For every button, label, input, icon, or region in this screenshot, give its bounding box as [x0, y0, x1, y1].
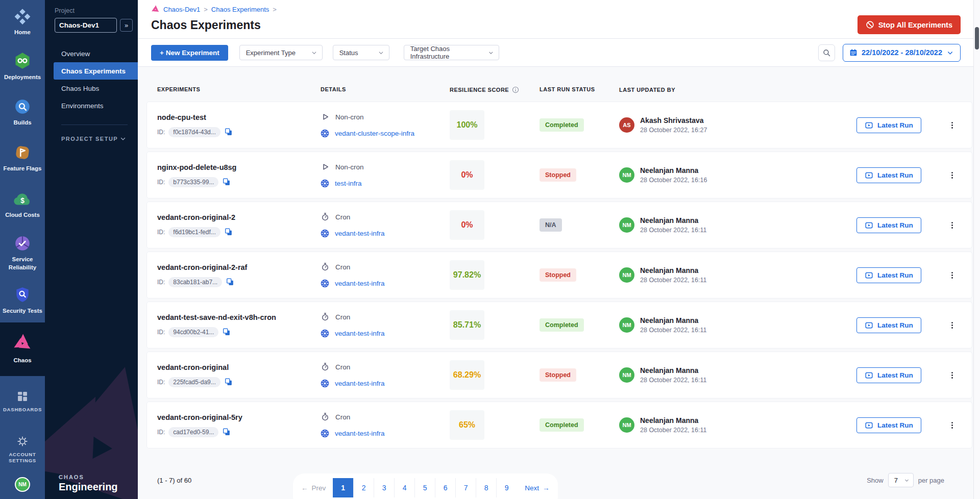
copy-id-button[interactable]	[226, 278, 234, 286]
experiment-name[interactable]: nginx-pod-delete-u8sg	[157, 163, 321, 171]
infrastructure-link[interactable]: vedant-test-infra	[335, 280, 385, 287]
infrastructure-link[interactable]: vedant-test-infra	[335, 330, 385, 337]
scrollbar-track[interactable]	[973, 0, 980, 499]
nav-item-chaos-hubs[interactable]: Chaos Hubs	[45, 80, 138, 97]
module-brand: CHAOS Engineering	[59, 474, 118, 493]
row-menu-button[interactable]	[946, 169, 959, 182]
row-menu-button[interactable]	[946, 419, 959, 432]
row-menu-button[interactable]	[946, 269, 959, 282]
latest-run-button[interactable]: Latest Run	[856, 167, 921, 183]
sidebar-item-builds[interactable]: Builds	[0, 90, 45, 136]
experiment-row[interactable]: vedant-cron-original-2-raf ID: 83cab181-…	[147, 252, 972, 298]
latest-run-button[interactable]: Latest Run	[856, 417, 921, 433]
sidebar-item-service-reliability[interactable]: Service Reliability	[0, 228, 45, 279]
sidebar-item-security-tests[interactable]: Security Tests	[0, 279, 45, 322]
status-filter[interactable]: Status	[333, 45, 389, 60]
experiment-row[interactable]: vedant-cron-original-2 ID: f6d19bc1-fedf…	[147, 202, 972, 248]
row-menu-button[interactable]	[946, 319, 959, 332]
infrastructure-link[interactable]: test-infra	[335, 180, 362, 187]
page-size-select[interactable]: 7	[888, 473, 914, 487]
breadcrumb-project-link[interactable]: Chaos-Dev1	[163, 6, 200, 13]
copy-id-button[interactable]	[222, 178, 231, 186]
latest-run-button[interactable]: Latest Run	[856, 367, 921, 383]
latest-run-button[interactable]: Latest Run	[856, 267, 921, 283]
sidebar-item-account-settings[interactable]: ACCOUNT SETTINGS	[0, 427, 45, 472]
experiment-type-filter[interactable]: Experiment Type	[239, 45, 323, 60]
page-button-7[interactable]: 7	[455, 478, 476, 497]
copy-id-button[interactable]	[224, 228, 233, 236]
experiment-name[interactable]: vedant-cron-original-2-raf	[157, 263, 321, 271]
copy-id-button[interactable]	[222, 328, 231, 336]
user-name: Neelanjan Manna	[640, 216, 706, 224]
chevron-down-icon	[119, 135, 127, 142]
page-button-5[interactable]: 5	[414, 478, 435, 497]
sidebar-item-dashboards[interactable]: DASHBOARDS	[0, 382, 45, 421]
experiment-row[interactable]: node-cpu-test ID: f0c187d4-43d... Non-cr…	[147, 102, 972, 148]
experiment-name[interactable]: vedant-cron-original-5ry	[157, 413, 321, 421]
page-button-1[interactable]: 1	[333, 478, 353, 497]
experiment-row[interactable]: vedant-cron-original-5ry ID: cad17ed0-59…	[147, 402, 972, 448]
infrastructure-link[interactable]: vedant-test-infra	[335, 230, 385, 237]
copy-id-button[interactable]	[224, 128, 233, 136]
breadcrumb-experiments-link[interactable]: Chaos Experiments	[211, 6, 269, 13]
latest-run-button[interactable]: Latest Run	[856, 117, 921, 133]
nav-item-environments[interactable]: Environments	[45, 97, 138, 114]
copy-id-button[interactable]	[222, 428, 231, 436]
user-avatar[interactable]: NM	[15, 477, 30, 492]
user-name: Akash Shrivastava	[640, 116, 707, 124]
table-rows: node-cpu-test ID: f0c187d4-43d... Non-cr…	[147, 102, 972, 448]
project-setup-toggle[interactable]: PROJECT SETUP	[61, 135, 127, 142]
stop-all-experiments-button[interactable]: Stop All Experiments	[857, 15, 961, 34]
page-button-2[interactable]: 2	[353, 478, 374, 497]
sidebar-item-chaos[interactable]: Chaos	[0, 322, 45, 376]
scrollbar-thumb[interactable]	[975, 27, 979, 49]
target-infrastructure-filter[interactable]: Target Chaos Infrastructure	[404, 45, 499, 60]
prev-page-button[interactable]: ← Prev	[301, 484, 326, 492]
last-updated-by-cell: NM Neelanjan Manna 28 October 2022, 16:1…	[619, 366, 856, 384]
experiment-name[interactable]: vedant-cron-original	[157, 363, 321, 371]
copy-icon	[222, 178, 231, 186]
experiment-row[interactable]: vedant-test-save-nd-exit-v8h-cron ID: 94…	[147, 302, 972, 348]
experiment-cell: vedant-test-save-nd-exit-v8h-cron ID: 94…	[157, 313, 321, 337]
updated-timestamp: 28 October 2022, 16:11	[640, 427, 706, 434]
feature-flags-icon	[14, 144, 31, 161]
updated-timestamp: 28 October 2022, 16:27	[640, 127, 707, 134]
next-page-button[interactable]: Next →	[525, 484, 549, 492]
project-select-input[interactable]	[55, 18, 117, 33]
infrastructure-link[interactable]: vedant-test-infra	[335, 380, 385, 387]
latest-run-button[interactable]: Latest Run	[856, 317, 921, 333]
toolbar: + New Experiment Experiment Type Status …	[138, 39, 980, 67]
row-menu-button[interactable]	[946, 369, 959, 382]
user-avatar: NM	[619, 267, 634, 283]
experiment-name[interactable]: vedant-cron-original-2	[157, 213, 321, 221]
page-button-6[interactable]: 6	[435, 478, 455, 497]
new-experiment-button[interactable]: + New Experiment	[151, 45, 228, 61]
nav-item-chaos-experiments[interactable]: Chaos Experiments	[54, 62, 138, 80]
infrastructure-link[interactable]: vedant-test-infra	[335, 430, 385, 437]
dashboards-icon	[16, 390, 29, 403]
latest-run-button[interactable]: Latest Run	[856, 217, 921, 233]
experiment-row[interactable]: vedant-cron-original ID: 225fcad5-da9...…	[147, 352, 972, 398]
collapse-sidebar-button[interactable]: »	[120, 19, 133, 32]
info-icon[interactable]	[512, 86, 519, 93]
sidebar-label: Deployments	[4, 73, 41, 82]
copy-id-button[interactable]	[224, 378, 233, 386]
infrastructure-link[interactable]: vedant-cluster-scope-infra	[335, 130, 414, 137]
sidebar-item-home[interactable]: Home	[0, 0, 45, 44]
page-button-4[interactable]: 4	[394, 478, 414, 497]
row-menu-button[interactable]	[946, 219, 959, 232]
experiment-name[interactable]: vedant-test-save-nd-exit-v8h-cron	[157, 313, 321, 321]
row-menu-button[interactable]	[946, 119, 959, 132]
page-button-8[interactable]: 8	[476, 478, 496, 497]
search-button[interactable]	[818, 44, 835, 61]
sidebar-item-cloud-costs[interactable]: $ Cloud Costs	[0, 182, 45, 228]
page-button-3[interactable]: 3	[374, 478, 394, 497]
sidebar-item-feature-flags[interactable]: Feature Flags	[0, 135, 45, 182]
experiment-row[interactable]: nginx-pod-delete-u8sg ID: b773c335-99...…	[147, 152, 972, 198]
kubernetes-infra-icon	[321, 229, 329, 238]
sidebar-item-deployments[interactable]: Deployments	[0, 44, 45, 90]
page-button-9[interactable]: 9	[496, 478, 517, 497]
date-range-picker[interactable]: 22/10/2022 - 28/10/2022	[843, 44, 961, 62]
nav-item-overview[interactable]: Overview	[45, 45, 138, 62]
experiment-name[interactable]: node-cpu-test	[157, 113, 321, 121]
